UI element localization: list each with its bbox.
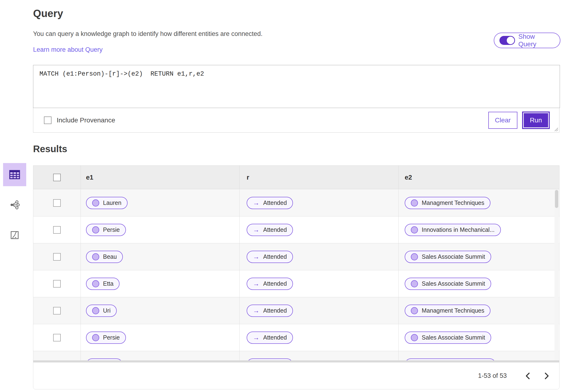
table-row: Persie →Attended Innovations in Mechanic…: [33, 216, 559, 243]
entity-pill[interactable]: Beau: [86, 251, 123, 263]
row-checkbox[interactable]: [53, 334, 61, 341]
row-checkbox[interactable]: [53, 199, 61, 207]
table-row: Persie →Attended Sales Associate Summit: [33, 324, 559, 351]
select-all-checkbox[interactable]: [53, 174, 61, 181]
column-header-e1[interactable]: e1: [86, 174, 93, 181]
entity-pill[interactable]: Lauren: [86, 197, 128, 209]
results-table: e1 r e2 Lauren →Attended Managment Techn…: [33, 165, 559, 389]
row-checkbox[interactable]: [53, 253, 61, 261]
entity-node-icon: [92, 307, 99, 314]
route-map-icon: [10, 230, 19, 240]
entity-node-icon: [411, 334, 418, 341]
chevron-left-icon: [525, 372, 531, 379]
previous-page-button[interactable]: [520, 369, 535, 383]
vertical-scrollbar-thumb[interactable]: [555, 190, 558, 208]
table-row: Etta →Attended Sales Associate Summit: [33, 270, 559, 297]
show-query-toggle[interactable]: Show Query: [494, 33, 560, 48]
table-row: Uri →Attended Managment Techniques: [33, 297, 559, 324]
entity-node-icon: [411, 307, 418, 314]
pagination-range-label: 1-53 of 53: [478, 372, 507, 379]
entity-pill[interactable]: Persie: [86, 224, 126, 236]
entity-pill[interactable]: Uri: [86, 305, 117, 317]
entity-pill[interactable]: Managment Techniques: [405, 197, 490, 209]
row-checkbox[interactable]: [53, 307, 61, 314]
entity-pill[interactable]: Persie: [86, 332, 126, 344]
table-row: Larry →Attended Innovations in Mechanica…: [33, 351, 559, 360]
table-row: Beau →Attended Sales Associate Summit: [33, 243, 559, 270]
relation-pill[interactable]: →Attended: [247, 332, 293, 344]
entity-node-icon: [411, 226, 418, 233]
include-provenance-checkbox[interactable]: [44, 116, 52, 124]
relation-arrow-icon: →: [253, 227, 259, 233]
entity-pill[interactable]: Sales Associate Summit: [405, 332, 491, 344]
show-query-toggle-label: Show Query: [518, 33, 555, 48]
entity-node-icon: [411, 253, 418, 260]
vertical-scrollbar[interactable]: [554, 190, 559, 360]
relation-arrow-icon: →: [253, 200, 259, 206]
entity-pill[interactable]: Managment Techniques: [405, 305, 490, 317]
include-provenance-option[interactable]: Include Provenance: [44, 116, 115, 124]
relation-pill[interactable]: →Attended: [247, 251, 293, 263]
table-icon: [9, 168, 21, 181]
entity-node-icon: [92, 280, 99, 287]
entity-node-icon: [411, 199, 418, 207]
page-title: Query: [33, 8, 63, 19]
chevron-right-icon: [544, 372, 550, 379]
relation-pill[interactable]: →Attended: [247, 224, 293, 236]
entity-node-icon: [92, 199, 99, 207]
toggle-knob: [507, 37, 514, 44]
row-checkbox[interactable]: [53, 280, 61, 288]
include-provenance-label: Include Provenance: [57, 116, 115, 124]
relation-pill[interactable]: →Attended: [247, 305, 293, 317]
query-code-input[interactable]: MATCH (e1:Person)-[r]->(e2) RETURN e1,r,…: [33, 65, 560, 108]
relation-arrow-icon: →: [253, 253, 259, 260]
column-header-e2[interactable]: e2: [405, 174, 412, 181]
column-header-r[interactable]: r: [247, 174, 249, 181]
entity-node-icon: [411, 280, 418, 287]
graph-view-button[interactable]: [3, 193, 26, 216]
row-checkbox[interactable]: [53, 226, 61, 234]
clear-button[interactable]: Clear: [488, 112, 517, 129]
results-view-switcher: [3, 163, 26, 247]
entity-node-icon: [92, 253, 99, 260]
table-view-button[interactable]: [3, 163, 26, 186]
toggle-switch-icon[interactable]: [499, 36, 515, 45]
query-panel-footer: Include Provenance Clear Run: [33, 108, 559, 133]
entity-node-icon: [92, 226, 99, 233]
page-description: You can query a knowledge graph to ident…: [33, 30, 263, 38]
learn-more-link[interactable]: Learn more about Query: [33, 46, 103, 53]
table-row: Lauren →Attended Managment Techniques: [33, 190, 559, 216]
relation-pill[interactable]: →Attended: [247, 358, 293, 361]
entity-pill[interactable]: Sales Associate Summit: [405, 278, 491, 290]
table-body: Lauren →Attended Managment Techniques Pe…: [33, 190, 559, 360]
entity-pill[interactable]: Innovations in Mechanical...: [405, 224, 501, 236]
table-pagination: 1-53 of 53: [33, 363, 559, 389]
network-share-icon: [9, 199, 20, 210]
entity-pill[interactable]: Larry: [86, 358, 123, 361]
horizontal-scrollbar[interactable]: [33, 360, 559, 363]
query-actions: Clear Run: [488, 112, 550, 129]
run-button[interactable]: Run: [523, 112, 549, 128]
entity-pill[interactable]: Etta: [86, 278, 120, 290]
next-page-button[interactable]: [540, 369, 554, 383]
relation-arrow-icon: →: [253, 334, 259, 341]
relation-pill[interactable]: →Attended: [247, 278, 293, 290]
relation-pill[interactable]: →Attended: [247, 197, 293, 209]
entity-pill[interactable]: Sales Associate Summit: [405, 251, 491, 263]
entity-pill[interactable]: Innovations in Mechanical: [405, 358, 496, 361]
entity-node-icon: [92, 334, 99, 341]
relation-arrow-icon: →: [253, 280, 259, 287]
results-heading: Results: [33, 144, 67, 154]
relation-arrow-icon: →: [253, 308, 259, 314]
query-panel: MATCH (e1:Person)-[r]->(e2) RETURN e1,r,…: [33, 65, 559, 133]
table-header-row: e1 r e2: [33, 166, 559, 189]
map-view-button[interactable]: [3, 224, 26, 247]
